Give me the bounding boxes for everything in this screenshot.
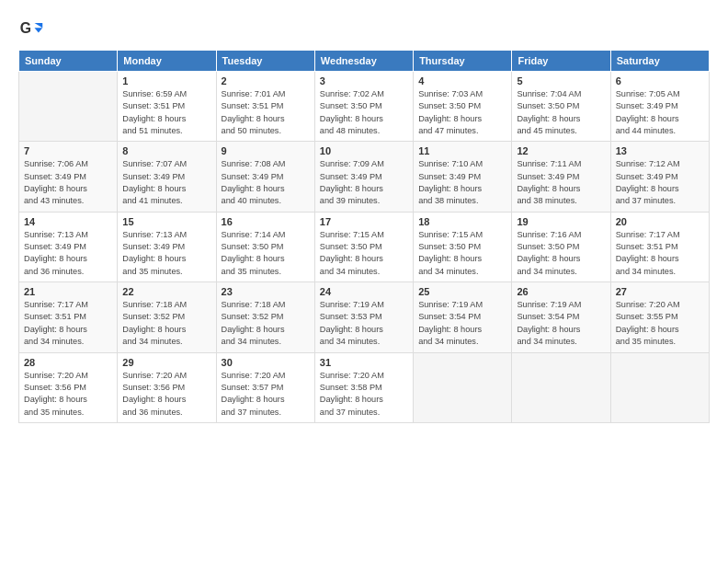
- calendar-cell: 5Sunrise: 7:04 AM Sunset: 3:50 PM Daylig…: [512, 72, 610, 142]
- day-number: 18: [418, 216, 506, 227]
- weekday-header-friday: Friday: [512, 51, 610, 72]
- calendar-cell: 31Sunrise: 7:20 AM Sunset: 3:58 PM Dayli…: [314, 352, 413, 422]
- calendar-cell: 6Sunrise: 7:05 AM Sunset: 3:49 PM Daylig…: [610, 72, 709, 142]
- calendar-cell: 30Sunrise: 7:20 AM Sunset: 3:57 PM Dayli…: [216, 352, 314, 422]
- day-number: 4: [418, 75, 506, 86]
- weekday-header-sunday: Sunday: [19, 51, 118, 72]
- day-number: 11: [418, 145, 506, 156]
- day-info: Sunrise: 7:07 AM Sunset: 3:49 PM Dayligh…: [122, 158, 210, 207]
- day-info: Sunrise: 7:02 AM Sunset: 3:50 PM Dayligh…: [320, 88, 408, 137]
- day-info: Sunrise: 7:20 AM Sunset: 3:58 PM Dayligh…: [320, 370, 408, 419]
- day-info: Sunrise: 7:10 AM Sunset: 3:49 PM Dayligh…: [418, 158, 506, 207]
- day-number: 26: [517, 286, 605, 297]
- week-row-3: 14Sunrise: 7:13 AM Sunset: 3:49 PM Dayli…: [19, 212, 710, 282]
- calendar-cell: 14Sunrise: 7:13 AM Sunset: 3:49 PM Dayli…: [19, 212, 118, 282]
- svg-marker-2: [35, 28, 43, 32]
- weekday-header-thursday: Thursday: [414, 51, 512, 72]
- day-number: 13: [616, 145, 704, 156]
- calendar-cell: 13Sunrise: 7:12 AM Sunset: 3:49 PM Dayli…: [610, 142, 709, 212]
- day-number: 20: [616, 216, 704, 227]
- day-number: 12: [517, 145, 605, 156]
- day-number: 10: [320, 145, 408, 156]
- day-number: 25: [418, 286, 506, 297]
- day-info: Sunrise: 7:03 AM Sunset: 3:50 PM Dayligh…: [418, 88, 506, 137]
- day-number: 14: [24, 216, 112, 227]
- calendar-cell: [19, 72, 118, 142]
- calendar-cell: 24Sunrise: 7:19 AM Sunset: 3:53 PM Dayli…: [314, 282, 413, 352]
- day-info: Sunrise: 7:20 AM Sunset: 3:57 PM Dayligh…: [222, 370, 310, 419]
- week-row-1: 1Sunrise: 6:59 AM Sunset: 3:51 PM Daylig…: [19, 72, 710, 142]
- day-info: Sunrise: 7:18 AM Sunset: 3:52 PM Dayligh…: [222, 299, 310, 348]
- day-info: Sunrise: 7:15 AM Sunset: 3:50 PM Dayligh…: [320, 229, 408, 278]
- day-info: Sunrise: 7:04 AM Sunset: 3:50 PM Dayligh…: [517, 88, 605, 137]
- calendar-cell: 1Sunrise: 6:59 AM Sunset: 3:51 PM Daylig…: [118, 72, 216, 142]
- svg-marker-1: [35, 23, 43, 28]
- calendar-cell: 17Sunrise: 7:15 AM Sunset: 3:50 PM Dayli…: [314, 212, 413, 282]
- calendar-cell: 8Sunrise: 7:07 AM Sunset: 3:49 PM Daylig…: [118, 142, 216, 212]
- day-number: 24: [320, 286, 408, 297]
- day-info: Sunrise: 7:18 AM Sunset: 3:52 PM Dayligh…: [122, 299, 210, 348]
- calendar-page: G SundayMondayTuesdayWednesdayThursdayFr…: [0, 0, 728, 563]
- day-info: Sunrise: 7:09 AM Sunset: 3:49 PM Dayligh…: [320, 158, 408, 207]
- day-number: 22: [122, 286, 210, 297]
- day-info: Sunrise: 7:20 AM Sunset: 3:55 PM Dayligh…: [616, 299, 704, 348]
- day-info: Sunrise: 7:19 AM Sunset: 3:54 PM Dayligh…: [418, 299, 506, 348]
- calendar-cell: 12Sunrise: 7:11 AM Sunset: 3:49 PM Dayli…: [512, 142, 610, 212]
- calendar-cell: [414, 352, 512, 422]
- weekday-header-saturday: Saturday: [610, 51, 709, 72]
- calendar-cell: [512, 352, 610, 422]
- day-info: Sunrise: 7:13 AM Sunset: 3:49 PM Dayligh…: [122, 229, 210, 278]
- calendar-cell: 2Sunrise: 7:01 AM Sunset: 3:51 PM Daylig…: [216, 72, 314, 142]
- day-number: 21: [24, 286, 112, 297]
- week-row-5: 28Sunrise: 7:20 AM Sunset: 3:56 PM Dayli…: [19, 352, 710, 422]
- calendar-table: SundayMondayTuesdayWednesdayThursdayFrid…: [18, 50, 710, 423]
- weekday-header-row: SundayMondayTuesdayWednesdayThursdayFrid…: [19, 51, 710, 72]
- calendar-cell: 18Sunrise: 7:15 AM Sunset: 3:50 PM Dayli…: [414, 212, 512, 282]
- day-number: 7: [24, 145, 112, 156]
- day-number: 28: [24, 357, 112, 368]
- calendar-cell: 20Sunrise: 7:17 AM Sunset: 3:51 PM Dayli…: [610, 212, 709, 282]
- calendar-cell: 16Sunrise: 7:14 AM Sunset: 3:50 PM Dayli…: [216, 212, 314, 282]
- calendar-cell: 29Sunrise: 7:20 AM Sunset: 3:56 PM Dayli…: [118, 352, 216, 422]
- header-area: G: [18, 17, 710, 42]
- day-info: Sunrise: 7:20 AM Sunset: 3:56 PM Dayligh…: [122, 370, 210, 419]
- calendar-cell: 21Sunrise: 7:17 AM Sunset: 3:51 PM Dayli…: [19, 282, 118, 352]
- day-info: Sunrise: 7:13 AM Sunset: 3:49 PM Dayligh…: [24, 229, 112, 278]
- calendar-cell: [610, 352, 709, 422]
- day-info: Sunrise: 7:06 AM Sunset: 3:49 PM Dayligh…: [24, 158, 112, 207]
- calendar-cell: 26Sunrise: 7:19 AM Sunset: 3:54 PM Dayli…: [512, 282, 610, 352]
- week-row-4: 21Sunrise: 7:17 AM Sunset: 3:51 PM Dayli…: [19, 282, 710, 352]
- day-info: Sunrise: 7:01 AM Sunset: 3:51 PM Dayligh…: [222, 88, 310, 137]
- weekday-header-monday: Monday: [118, 51, 216, 72]
- svg-text:G: G: [20, 20, 31, 36]
- day-info: Sunrise: 7:17 AM Sunset: 3:51 PM Dayligh…: [24, 299, 112, 348]
- calendar-cell: 10Sunrise: 7:09 AM Sunset: 3:49 PM Dayli…: [314, 142, 413, 212]
- logo: G: [18, 17, 48, 42]
- week-row-2: 7Sunrise: 7:06 AM Sunset: 3:49 PM Daylig…: [19, 142, 710, 212]
- calendar-cell: 23Sunrise: 7:18 AM Sunset: 3:52 PM Dayli…: [216, 282, 314, 352]
- calendar-cell: 27Sunrise: 7:20 AM Sunset: 3:55 PM Dayli…: [610, 282, 709, 352]
- day-number: 5: [517, 75, 605, 86]
- day-number: 15: [122, 216, 210, 227]
- day-number: 17: [320, 216, 408, 227]
- day-number: 3: [320, 75, 408, 86]
- day-info: Sunrise: 7:08 AM Sunset: 3:49 PM Dayligh…: [222, 158, 310, 207]
- weekday-header-tuesday: Tuesday: [216, 51, 314, 72]
- calendar-cell: 9Sunrise: 7:08 AM Sunset: 3:49 PM Daylig…: [216, 142, 314, 212]
- day-number: 2: [222, 75, 310, 86]
- day-number: 6: [616, 75, 704, 86]
- day-number: 8: [122, 145, 210, 156]
- calendar-cell: 4Sunrise: 7:03 AM Sunset: 3:50 PM Daylig…: [414, 72, 512, 142]
- day-number: 9: [222, 145, 310, 156]
- day-number: 23: [222, 286, 310, 297]
- calendar-cell: 28Sunrise: 7:20 AM Sunset: 3:56 PM Dayli…: [19, 352, 118, 422]
- day-info: Sunrise: 6:59 AM Sunset: 3:51 PM Dayligh…: [122, 88, 210, 137]
- day-info: Sunrise: 7:11 AM Sunset: 3:49 PM Dayligh…: [517, 158, 605, 207]
- calendar-cell: 15Sunrise: 7:13 AM Sunset: 3:49 PM Dayli…: [118, 212, 216, 282]
- day-number: 16: [222, 216, 310, 227]
- day-info: Sunrise: 7:17 AM Sunset: 3:51 PM Dayligh…: [616, 229, 704, 278]
- day-number: 30: [222, 357, 310, 368]
- day-info: Sunrise: 7:20 AM Sunset: 3:56 PM Dayligh…: [24, 370, 112, 419]
- day-number: 29: [122, 357, 210, 368]
- calendar-cell: 19Sunrise: 7:16 AM Sunset: 3:50 PM Dayli…: [512, 212, 610, 282]
